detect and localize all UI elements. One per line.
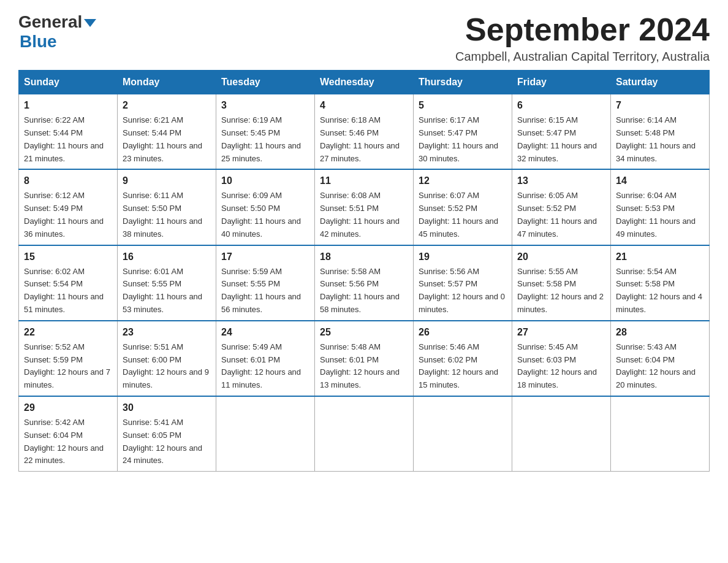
logo: General Blue xyxy=(18,12,96,52)
day-info: Sunrise: 6:17 AMSunset: 5:47 PMDaylight:… xyxy=(419,114,507,165)
calendar-cell: 16Sunrise: 6:01 AMSunset: 5:55 PMDayligh… xyxy=(118,245,216,321)
calendar-cell xyxy=(414,396,512,472)
calendar-cell: 7Sunrise: 6:14 AMSunset: 5:48 PMDaylight… xyxy=(611,94,710,170)
calendar-cell: 14Sunrise: 6:04 AMSunset: 5:53 PMDayligh… xyxy=(611,169,710,245)
calendar-cell: 11Sunrise: 6:08 AMSunset: 5:51 PMDayligh… xyxy=(315,169,414,245)
day-info: Sunrise: 6:19 AMSunset: 5:45 PMDaylight:… xyxy=(221,114,309,165)
day-info: Sunrise: 5:45 AMSunset: 6:03 PMDaylight:… xyxy=(517,341,605,392)
day-info: Sunrise: 6:11 AMSunset: 5:50 PMDaylight:… xyxy=(123,190,211,240)
day-number: 27 xyxy=(517,325,605,340)
day-info: Sunrise: 5:46 AMSunset: 6:02 PMDaylight:… xyxy=(419,341,507,392)
day-number: 30 xyxy=(123,400,211,415)
day-number: 9 xyxy=(123,174,211,188)
header-sunday: Sunday xyxy=(19,71,118,94)
day-number: 10 xyxy=(221,174,309,188)
day-info: Sunrise: 5:52 AMSunset: 5:59 PMDaylight:… xyxy=(24,341,112,392)
header: General Blue September 2024 Campbell, Au… xyxy=(18,12,710,64)
calendar-cell: 28Sunrise: 5:43 AMSunset: 6:04 PMDayligh… xyxy=(611,321,710,396)
day-info: Sunrise: 6:15 AMSunset: 5:47 PMDaylight:… xyxy=(517,114,605,165)
calendar-cell: 10Sunrise: 6:09 AMSunset: 5:50 PMDayligh… xyxy=(216,169,315,245)
calendar-cell: 26Sunrise: 5:46 AMSunset: 6:02 PMDayligh… xyxy=(414,321,512,396)
day-number: 2 xyxy=(123,98,211,113)
header-friday: Friday xyxy=(512,71,611,94)
calendar-cell: 30Sunrise: 5:41 AMSunset: 6:05 PMDayligh… xyxy=(118,396,216,472)
calendar-cell: 2Sunrise: 6:21 AMSunset: 5:44 PMDaylight… xyxy=(118,94,216,170)
day-info: Sunrise: 6:07 AMSunset: 5:52 PMDaylight:… xyxy=(419,190,507,240)
calendar-cell: 21Sunrise: 5:54 AMSunset: 5:58 PMDayligh… xyxy=(611,245,710,321)
calendar-cell: 18Sunrise: 5:58 AMSunset: 5:56 PMDayligh… xyxy=(315,245,414,321)
calendar-cell: 22Sunrise: 5:52 AMSunset: 5:59 PMDayligh… xyxy=(19,321,118,396)
day-number: 19 xyxy=(419,250,507,264)
day-number: 17 xyxy=(221,250,309,264)
day-number: 21 xyxy=(616,250,704,264)
header-row: SundayMondayTuesdayWednesdayThursdayFrid… xyxy=(19,71,710,94)
calendar-cell: 13Sunrise: 6:05 AMSunset: 5:52 PMDayligh… xyxy=(512,169,611,245)
day-info: Sunrise: 5:49 AMSunset: 6:01 PMDaylight:… xyxy=(221,341,309,392)
day-info: Sunrise: 6:12 AMSunset: 5:49 PMDaylight:… xyxy=(24,190,112,240)
day-number: 3 xyxy=(221,98,309,113)
day-info: Sunrise: 6:08 AMSunset: 5:51 PMDaylight:… xyxy=(320,190,408,240)
day-info: Sunrise: 5:59 AMSunset: 5:55 PMDaylight:… xyxy=(221,266,309,316)
calendar-cell: 24Sunrise: 5:49 AMSunset: 6:01 PMDayligh… xyxy=(216,321,315,396)
month-year-title: September 2024 xyxy=(455,12,710,47)
day-info: Sunrise: 6:02 AMSunset: 5:54 PMDaylight:… xyxy=(24,266,112,316)
header-thursday: Thursday xyxy=(414,71,512,94)
day-info: Sunrise: 6:05 AMSunset: 5:52 PMDaylight:… xyxy=(517,190,605,240)
day-info: Sunrise: 6:09 AMSunset: 5:50 PMDaylight:… xyxy=(221,190,309,240)
day-info: Sunrise: 6:04 AMSunset: 5:53 PMDaylight:… xyxy=(616,190,704,240)
logo-blue: Blue xyxy=(20,32,57,52)
calendar-cell: 25Sunrise: 5:48 AMSunset: 6:01 PMDayligh… xyxy=(315,321,414,396)
logo-arrow-icon xyxy=(84,19,96,27)
calendar-cell xyxy=(315,396,414,472)
day-info: Sunrise: 5:58 AMSunset: 5:56 PMDaylight:… xyxy=(320,266,408,316)
day-number: 4 xyxy=(320,98,408,113)
day-number: 1 xyxy=(24,98,112,113)
calendar-cell: 17Sunrise: 5:59 AMSunset: 5:55 PMDayligh… xyxy=(216,245,315,321)
day-number: 28 xyxy=(616,325,704,340)
calendar-cell: 27Sunrise: 5:45 AMSunset: 6:03 PMDayligh… xyxy=(512,321,611,396)
day-number: 6 xyxy=(517,98,605,113)
header-monday: Monday xyxy=(118,71,216,94)
calendar-cell: 5Sunrise: 6:17 AMSunset: 5:47 PMDaylight… xyxy=(414,94,512,170)
day-number: 18 xyxy=(320,250,408,264)
day-info: Sunrise: 6:14 AMSunset: 5:48 PMDaylight:… xyxy=(616,114,704,165)
day-number: 22 xyxy=(24,325,112,340)
calendar-cell: 23Sunrise: 5:51 AMSunset: 6:00 PMDayligh… xyxy=(118,321,216,396)
day-info: Sunrise: 5:55 AMSunset: 5:58 PMDaylight:… xyxy=(517,266,605,316)
calendar-cell xyxy=(216,396,315,472)
logo-general: General xyxy=(18,12,82,32)
calendar-cell xyxy=(512,396,611,472)
calendar-cell: 6Sunrise: 6:15 AMSunset: 5:47 PMDaylight… xyxy=(512,94,611,170)
title-area: September 2024 Campbell, Australian Capi… xyxy=(455,12,710,64)
calendar-cell: 1Sunrise: 6:22 AMSunset: 5:44 PMDaylight… xyxy=(19,94,118,170)
day-number: 29 xyxy=(24,400,112,415)
day-number: 11 xyxy=(320,174,408,188)
week-row-5: 29Sunrise: 5:42 AMSunset: 6:04 PMDayligh… xyxy=(19,396,710,472)
location-subtitle: Campbell, Australian Capital Territory, … xyxy=(455,50,710,64)
day-info: Sunrise: 5:42 AMSunset: 6:04 PMDaylight:… xyxy=(24,416,112,467)
day-info: Sunrise: 6:22 AMSunset: 5:44 PMDaylight:… xyxy=(24,114,112,165)
calendar-cell: 8Sunrise: 6:12 AMSunset: 5:49 PMDaylight… xyxy=(19,169,118,245)
calendar-cell: 9Sunrise: 6:11 AMSunset: 5:50 PMDaylight… xyxy=(118,169,216,245)
calendar-cell: 15Sunrise: 6:02 AMSunset: 5:54 PMDayligh… xyxy=(19,245,118,321)
calendar-cell: 29Sunrise: 5:42 AMSunset: 6:04 PMDayligh… xyxy=(19,396,118,472)
day-info: Sunrise: 6:21 AMSunset: 5:44 PMDaylight:… xyxy=(123,114,211,165)
calendar-cell: 4Sunrise: 6:18 AMSunset: 5:46 PMDaylight… xyxy=(315,94,414,170)
day-info: Sunrise: 5:43 AMSunset: 6:04 PMDaylight:… xyxy=(616,341,704,392)
day-number: 14 xyxy=(616,174,704,188)
calendar-cell xyxy=(611,396,710,472)
day-number: 13 xyxy=(517,174,605,188)
day-number: 16 xyxy=(123,250,211,264)
day-number: 26 xyxy=(419,325,507,340)
day-info: Sunrise: 5:48 AMSunset: 6:01 PMDaylight:… xyxy=(320,341,408,392)
calendar-cell: 19Sunrise: 5:56 AMSunset: 5:57 PMDayligh… xyxy=(414,245,512,321)
header-wednesday: Wednesday xyxy=(315,71,414,94)
calendar-table: SundayMondayTuesdayWednesdayThursdayFrid… xyxy=(18,70,710,472)
week-row-3: 15Sunrise: 6:02 AMSunset: 5:54 PMDayligh… xyxy=(19,245,710,321)
week-row-2: 8Sunrise: 6:12 AMSunset: 5:49 PMDaylight… xyxy=(19,169,710,245)
week-row-4: 22Sunrise: 5:52 AMSunset: 5:59 PMDayligh… xyxy=(19,321,710,396)
day-info: Sunrise: 6:01 AMSunset: 5:55 PMDaylight:… xyxy=(123,266,211,316)
calendar-cell: 12Sunrise: 6:07 AMSunset: 5:52 PMDayligh… xyxy=(414,169,512,245)
day-info: Sunrise: 5:54 AMSunset: 5:58 PMDaylight:… xyxy=(616,266,704,316)
day-number: 24 xyxy=(221,325,309,340)
